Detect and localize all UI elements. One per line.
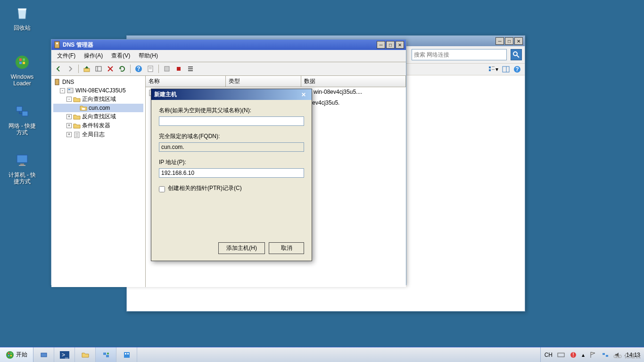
svg-rect-16 bbox=[503, 66, 509, 72]
expand-icon[interactable]: + bbox=[66, 114, 72, 119]
list-header: 名称 类型 数据 bbox=[146, 76, 406, 87]
tree-forward-zones[interactable]: - 正向查找区域 bbox=[53, 95, 143, 104]
col-data[interactable]: 数据 bbox=[301, 76, 406, 87]
svg-rect-49 bbox=[41, 353, 47, 357]
stop-button[interactable] bbox=[173, 64, 184, 74]
hostname-input[interactable] bbox=[159, 116, 304, 126]
maximize-button[interactable]: □ bbox=[386, 41, 395, 49]
taskbar-network[interactable] bbox=[96, 347, 116, 362]
svg-text:?: ? bbox=[515, 66, 519, 73]
svg-rect-7 bbox=[17, 155, 27, 163]
desktop-icon-label: 计算机 - 快 捷方式 bbox=[6, 172, 39, 185]
desktop-icon-computer[interactable]: 计算机 - 快 捷方式 bbox=[6, 151, 39, 185]
taskbar-explorer[interactable] bbox=[75, 347, 96, 362]
svg-rect-47 bbox=[8, 355, 9, 356]
svg-rect-53 bbox=[106, 355, 109, 357]
desktop-icon-recycle[interactable]: 回收站 bbox=[6, 4, 39, 31]
taskbar-dns-manager[interactable] bbox=[116, 347, 137, 362]
svg-rect-31 bbox=[177, 67, 181, 71]
list-button[interactable] bbox=[185, 64, 196, 74]
expand-icon[interactable]: + bbox=[66, 132, 72, 137]
fqdn-label: 完全限定的域名(FQDN): bbox=[159, 132, 304, 140]
svg-rect-30 bbox=[165, 66, 169, 71]
svg-rect-35 bbox=[55, 79, 59, 85]
menu-help[interactable]: 帮助(H) bbox=[135, 51, 162, 61]
tray-keyboard-icon[interactable] bbox=[557, 351, 565, 359]
folder-icon bbox=[73, 113, 81, 121]
desktop-icon-label: 回收站 bbox=[6, 25, 39, 31]
show-hide-button[interactable] bbox=[93, 64, 104, 74]
menu-action[interactable]: 操作(A) bbox=[80, 51, 107, 61]
filter-button[interactable] bbox=[162, 64, 172, 74]
svg-rect-62 bbox=[606, 355, 608, 357]
server-icon bbox=[66, 87, 74, 94]
svg-rect-3 bbox=[19, 62, 22, 64]
tree-global-logs[interactable]: + 全局日志 bbox=[53, 130, 143, 139]
svg-rect-48 bbox=[10, 355, 12, 356]
desktop-icon-network[interactable]: 网络 - 快捷 方式 bbox=[6, 102, 39, 136]
maximize-button[interactable]: □ bbox=[505, 37, 513, 45]
search-button[interactable] bbox=[511, 49, 522, 60]
name-label: 名称(如果为空则使用其父域名称)(N): bbox=[159, 107, 304, 115]
cancel-button[interactable]: 取消 bbox=[269, 242, 304, 254]
svg-rect-14 bbox=[489, 69, 491, 71]
start-button[interactable]: 开始 bbox=[0, 347, 33, 362]
delete-button[interactable] bbox=[105, 64, 116, 74]
tray-info-icon[interactable]: ! bbox=[570, 351, 577, 359]
dialog-titlebar[interactable]: 新建主机 ✕ bbox=[151, 89, 312, 100]
tree-reverse-zones[interactable]: + 反向查找区域 bbox=[53, 112, 143, 121]
menu-file[interactable]: 文件(F) bbox=[53, 51, 79, 61]
tray-expand-icon[interactable]: ▴ bbox=[582, 352, 585, 358]
svg-text:!: ! bbox=[572, 352, 574, 358]
tree-conditional-forwarders[interactable]: + 条件转发器 bbox=[53, 121, 143, 130]
add-host-button[interactable]: 添加主机(H) bbox=[218, 242, 265, 254]
preview-pane-button[interactable] bbox=[502, 66, 510, 73]
svg-rect-37 bbox=[68, 89, 70, 90]
window-titlebar[interactable]: DNS 管理器 ─ □ ✕ bbox=[51, 40, 406, 50]
desktop-icon-loader[interactable]: Windows Loader bbox=[6, 53, 39, 87]
svg-point-44 bbox=[6, 351, 14, 359]
help-button[interactable]: ? bbox=[133, 64, 144, 74]
collapse-icon[interactable]: - bbox=[60, 88, 65, 93]
back-button[interactable] bbox=[53, 64, 64, 74]
tree-zone-cuncom[interactable]: cun.com bbox=[53, 104, 143, 112]
refresh-button[interactable] bbox=[117, 64, 127, 74]
tray-sound-icon[interactable] bbox=[614, 351, 621, 359]
close-button[interactable]: ✕ bbox=[301, 91, 309, 98]
minimize-button[interactable]: ─ bbox=[377, 41, 385, 49]
search-box[interactable] bbox=[412, 49, 507, 60]
language-indicator[interactable]: CH bbox=[545, 352, 553, 358]
tree-server[interactable]: - WIN-08EV4CJ35U5 bbox=[53, 86, 143, 95]
view-options-button[interactable]: ▾ bbox=[488, 66, 498, 73]
properties-button[interactable] bbox=[145, 64, 156, 74]
svg-point-0 bbox=[16, 56, 29, 69]
svg-rect-38 bbox=[82, 108, 85, 110]
log-icon bbox=[73, 131, 81, 139]
clock[interactable]: 14:13 bbox=[626, 352, 640, 358]
desktop-icon-label: 网络 - 快捷 方式 bbox=[6, 123, 39, 136]
search-input[interactable] bbox=[414, 51, 504, 58]
window-title: DNS 管理器 bbox=[63, 41, 377, 49]
taskbar-server-manager[interactable] bbox=[33, 347, 54, 362]
tray-network-icon[interactable] bbox=[602, 351, 609, 359]
minimize-button[interactable]: ─ bbox=[495, 37, 504, 45]
dialog-buttons: 添加主机(H) 取消 bbox=[151, 239, 312, 261]
tree-root-dns[interactable]: DNS bbox=[53, 78, 143, 86]
ip-address-input[interactable] bbox=[159, 168, 304, 178]
ptr-checkbox[interactable] bbox=[159, 186, 165, 192]
svg-rect-12 bbox=[489, 66, 491, 68]
up-button[interactable] bbox=[82, 64, 92, 74]
taskbar-powershell[interactable]: >_ bbox=[54, 347, 75, 362]
menu-view[interactable]: 查看(V) bbox=[107, 51, 134, 61]
close-button[interactable]: ✕ bbox=[514, 37, 523, 45]
collapse-icon[interactable]: - bbox=[66, 97, 72, 102]
forward-button[interactable] bbox=[65, 64, 75, 74]
col-name[interactable]: 名称 bbox=[146, 76, 226, 87]
help-button[interactable]: ? bbox=[513, 66, 521, 73]
tray-flag-icon[interactable] bbox=[589, 351, 597, 359]
close-button[interactable]: ✕ bbox=[396, 41, 404, 49]
expand-icon[interactable]: + bbox=[66, 123, 72, 128]
dialog-body: 名称(如果为空则使用其父域名称)(N): 完全限定的域名(FQDN): IP 地… bbox=[151, 100, 312, 201]
tree-pane[interactable]: DNS - WIN-08EV4CJ35U5 - 正向查找区域 cun.com +… bbox=[51, 76, 146, 287]
col-type[interactable]: 类型 bbox=[226, 76, 301, 87]
